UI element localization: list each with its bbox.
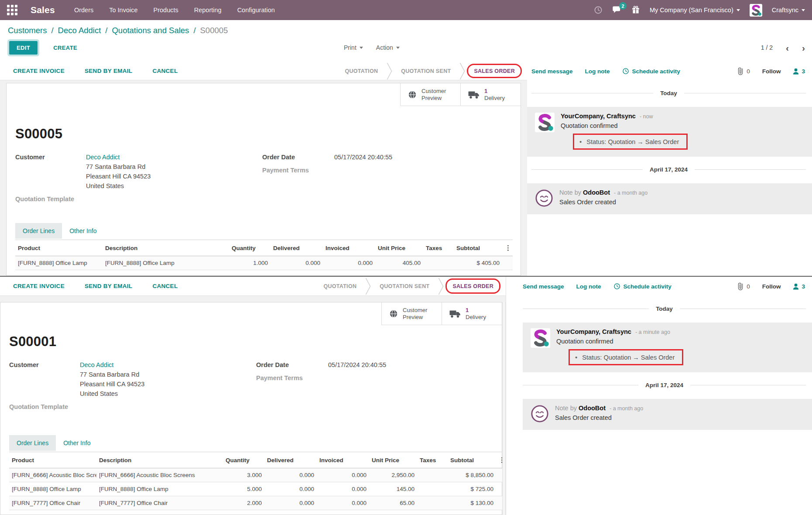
col-taxes: Taxes bbox=[417, 452, 448, 468]
cancel-button[interactable]: CANCEL bbox=[152, 68, 178, 74]
paperclip-icon bbox=[737, 67, 744, 76]
date-divider-today: Today bbox=[531, 90, 806, 96]
attachments-button[interactable]: 0 bbox=[737, 67, 750, 76]
message-author: YourCompany, Craftsync bbox=[561, 113, 636, 120]
menu-configuration[interactable]: Configuration bbox=[237, 7, 275, 14]
message-time: - now bbox=[640, 113, 653, 120]
apps-grid-icon[interactable] bbox=[7, 5, 17, 15]
message-time: - a month ago bbox=[610, 405, 643, 412]
message-author: OdooBot bbox=[579, 405, 606, 412]
breadcrumb-customers[interactable]: Customers bbox=[8, 26, 47, 35]
form-background: Customer Preview 1 Delivery S000 bbox=[0, 80, 527, 276]
follow-button[interactable]: Follow bbox=[762, 68, 781, 75]
col-invoiced: Invoiced bbox=[323, 240, 375, 256]
payment-terms-label: Payment Terms bbox=[256, 373, 328, 383]
status-step-quotation-sent[interactable]: QUOTATION SENT bbox=[371, 277, 438, 295]
delivery-button[interactable]: 1 Delivery bbox=[460, 83, 521, 106]
top-navbar: Sales Orders To Invoice Products Reporti… bbox=[0, 0, 812, 20]
status-step-quotation[interactable]: QUOTATION bbox=[315, 277, 365, 295]
customer-label: Customer bbox=[9, 360, 80, 370]
schedule-activity-button[interactable]: Schedule activity bbox=[613, 283, 672, 290]
pager-value[interactable]: 1 / 2 bbox=[761, 44, 773, 51]
message-author: YourCompany, Craftsync bbox=[556, 328, 631, 335]
statusbar-actions: CREATE INVOICE SEND BY EMAIL CANCEL bbox=[13, 68, 178, 74]
user-menu[interactable]: Craftsync bbox=[772, 7, 805, 14]
user-avatar[interactable] bbox=[750, 4, 762, 17]
menu-products[interactable]: Products bbox=[154, 7, 178, 14]
breadcrumb-separator: / bbox=[105, 26, 107, 35]
table-row[interactable]: [FURN_7777] Office Chair [FURN_7777] Off… bbox=[9, 496, 506, 510]
send-message-button[interactable]: Send message bbox=[523, 283, 564, 290]
send-by-email-button[interactable]: SEND BY EMAIL bbox=[85, 68, 132, 74]
order-date-value: 05/17/2024 20:40:55 bbox=[334, 152, 392, 162]
pager-previous-icon[interactable]: ‹ bbox=[786, 43, 789, 52]
create-button[interactable]: CREATE bbox=[51, 44, 80, 52]
table-row[interactable]: [FURN_8888] Office Lamp [FURN_8888] Offi… bbox=[9, 482, 506, 496]
status-step-quotation[interactable]: QUOTATION bbox=[336, 62, 387, 80]
chatter: Send message Log note Schedule activity … bbox=[506, 277, 812, 515]
scrollbar[interactable] bbox=[502, 302, 506, 515]
order-fields: Customer Deco Addict 77 Santa Barbara Rd… bbox=[15, 152, 512, 204]
print-dropdown[interactable]: Print bbox=[344, 44, 363, 51]
create-invoice-button[interactable]: CREATE INVOICE bbox=[13, 68, 65, 74]
breadcrumb-separator: / bbox=[51, 26, 53, 35]
breadcrumb-current: S00005 bbox=[200, 26, 228, 35]
optional-columns-icon[interactable]: ⋮ bbox=[502, 240, 513, 256]
tab-other-info[interactable]: Other Info bbox=[56, 435, 98, 451]
tab-order-lines[interactable]: Order Lines bbox=[9, 435, 56, 451]
tab-order-lines[interactable]: Order Lines bbox=[15, 223, 62, 239]
cancel-button[interactable]: CANCEL bbox=[152, 283, 178, 289]
create-invoice-button[interactable]: CREATE INVOICE bbox=[13, 283, 65, 289]
menu-reporting[interactable]: Reporting bbox=[194, 7, 222, 14]
caret-down-icon bbox=[360, 47, 363, 49]
status-step-sales-order[interactable]: SALES ORDER bbox=[444, 277, 502, 295]
send-by-email-button[interactable]: SEND BY EMAIL bbox=[85, 283, 132, 289]
company-switcher[interactable]: My Company (San Francisco) bbox=[650, 7, 740, 14]
order-date-label: Order Date bbox=[256, 360, 328, 370]
menu-to-invoice[interactable]: To Invoice bbox=[109, 7, 137, 14]
col-description: Description bbox=[103, 240, 229, 256]
schedule-activity-button[interactable]: Schedule activity bbox=[622, 68, 680, 75]
payment-terms-label: Payment Terms bbox=[262, 165, 334, 175]
log-note-button[interactable]: Log note bbox=[576, 283, 601, 290]
gift-icon[interactable] bbox=[631, 6, 640, 14]
caret-down-icon bbox=[802, 9, 805, 11]
customer-preview-button[interactable]: Customer Preview bbox=[400, 83, 460, 106]
statusbar: CREATE INVOICE SEND BY EMAIL CANCEL QUOT… bbox=[0, 62, 527, 80]
odoobot-avatar bbox=[531, 405, 549, 423]
bullet-icon: • bbox=[575, 354, 577, 361]
truck-icon bbox=[468, 90, 480, 99]
app-name[interactable]: Sales bbox=[31, 5, 55, 15]
person-icon bbox=[793, 68, 799, 75]
status-step-quotation-sent[interactable]: QUOTATION SENT bbox=[392, 62, 459, 80]
delivery-count: 1 bbox=[466, 307, 486, 314]
messages-icon[interactable]: 2 bbox=[612, 6, 622, 14]
table-row[interactable]: [FURN_6666] Acoustic Bloc Screens [FURN_… bbox=[9, 468, 506, 482]
tab-other-info[interactable]: Other Info bbox=[62, 223, 104, 239]
delivery-button[interactable]: 1 Delivery bbox=[442, 302, 502, 325]
pager: 1 / 2 ‹ › bbox=[761, 43, 805, 52]
customer-link[interactable]: Deco Addict bbox=[80, 360, 113, 370]
followers-button[interactable]: 3 bbox=[793, 68, 805, 75]
log-note-button[interactable]: Log note bbox=[585, 68, 610, 75]
table-row[interactable]: [FURN_8888] Office Lamp [FURN_8888] Offi… bbox=[15, 256, 513, 270]
followers-button[interactable]: 3 bbox=[793, 283, 805, 290]
breadcrumb-quotations[interactable]: Quotations and Sales bbox=[112, 26, 189, 35]
customer-link[interactable]: Deco Addict bbox=[86, 152, 120, 162]
message-quotation-confirmed: YourCompany, Craftsync - a minute ago Qu… bbox=[523, 323, 812, 372]
messages-count-badge: 2 bbox=[619, 2, 627, 10]
customer-preview-button[interactable]: Customer Preview bbox=[381, 302, 442, 325]
action-dropdown[interactable]: Action bbox=[376, 44, 400, 51]
breadcrumb-deco-addict[interactable]: Deco Addict bbox=[58, 26, 101, 35]
pager-next-icon[interactable]: › bbox=[802, 43, 805, 52]
col-unit-price: Unit Price bbox=[375, 240, 423, 256]
edit-button[interactable]: EDIT bbox=[9, 41, 38, 55]
status-step-sales-order[interactable]: SALES ORDER bbox=[465, 62, 524, 80]
activities-clock-icon[interactable] bbox=[594, 6, 603, 14]
follow-button[interactable]: Follow bbox=[762, 283, 781, 290]
col-product: Product bbox=[15, 240, 103, 256]
address-line: Pleasant Hill CA 94523 bbox=[86, 172, 151, 181]
attachments-button[interactable]: 0 bbox=[737, 282, 750, 291]
menu-orders[interactable]: Orders bbox=[74, 7, 93, 14]
send-message-button[interactable]: Send message bbox=[531, 68, 573, 75]
